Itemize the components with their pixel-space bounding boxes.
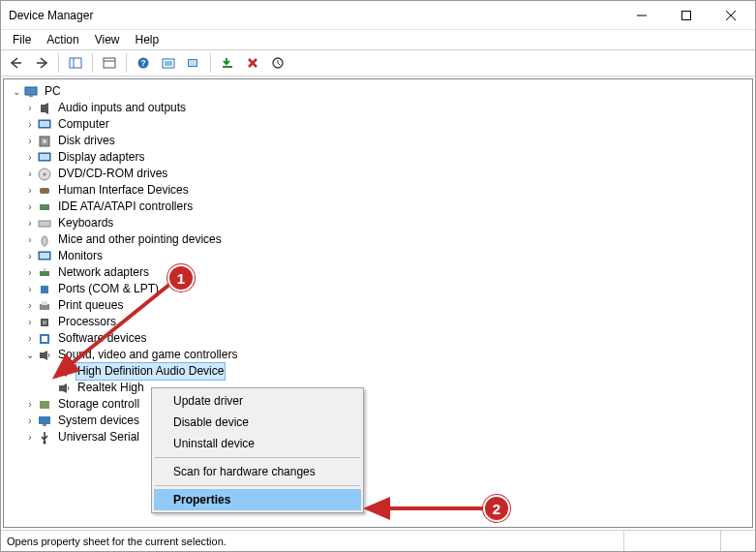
enable-button[interactable] [216,52,239,74]
tree-category[interactable]: ›Computer [10,116,752,133]
category-label: Mice and other pointing devices [56,231,224,248]
tree-category[interactable]: ›Keyboards [10,215,752,231]
svg-rect-14 [223,66,232,68]
update-driver-button[interactable] [157,52,180,74]
svg-rect-16 [25,87,37,95]
tree-device[interactable]: Realtek High [10,380,752,396]
menu-file[interactable]: File [5,31,39,48]
category-label: DVD/CD-ROM drives [56,166,169,182]
svg-rect-1 [682,11,691,19]
expander-icon[interactable]: ⌄ [23,347,37,363]
expander-icon[interactable]: › [23,281,37,297]
expander-icon[interactable]: › [23,199,37,215]
device-icon [56,364,72,380]
tree-device[interactable]: High Definition Audio Device [10,363,752,380]
tree-root[interactable]: ⌄ PC [10,83,752,100]
menu-action[interactable]: Action [39,31,86,48]
tree-category[interactable]: ›Mice and other pointing devices [10,231,752,248]
context-menu-item[interactable]: Scan for hardware changes [154,461,361,482]
expander-icon[interactable]: › [23,248,37,264]
expander-icon[interactable]: › [23,149,37,166]
toolbar-separator [92,53,93,73]
maximize-button[interactable] [664,1,709,30]
context-menu-item[interactable]: Disable device [154,412,361,433]
tree-category[interactable]: ›Disk drives [10,133,752,149]
properties-button[interactable] [98,52,121,74]
uninstall-button[interactable] [241,52,264,74]
menu-view[interactable]: View [87,31,128,48]
tree-category[interactable]: ›Monitors [10,248,752,264]
expander-icon[interactable]: › [23,182,37,199]
context-menu-item[interactable]: Uninstall device [154,433,361,454]
expander-icon[interactable]: ⌄ [10,83,23,100]
expander-icon[interactable]: › [23,231,37,248]
category-icon [37,134,52,149]
tree-category[interactable]: ⌄Sound, video and game controllers [10,347,752,363]
show-hide-console-tree-button[interactable] [64,52,87,74]
category-label: Human Interface Devices [56,182,191,199]
svg-rect-46 [39,416,50,424]
expander-icon[interactable]: › [23,215,37,231]
annotation-badge-1: 1 [167,264,195,291]
expander-icon[interactable]: › [23,116,37,133]
tree-category[interactable]: ›Processors [10,314,752,330]
tree-category[interactable]: ›IDE ATA/ATAPI controllers [10,199,752,215]
tree-category[interactable]: ›Audio inputs and outputs [10,100,752,116]
tree-category[interactable]: ›Display adapters [10,149,752,166]
tree-category[interactable]: ›System devices [10,413,752,429]
tree-category[interactable]: ›DVD/CD-ROM drives [10,166,752,182]
expander-icon[interactable]: › [23,166,37,182]
category-icon [37,315,52,330]
category-icon [37,298,52,314]
tree-category[interactable]: ›Universal Serial [10,429,752,445]
menu-help[interactable]: Help [128,31,167,48]
toolbar-separator [210,53,211,73]
svg-rect-13 [189,60,197,66]
expander-icon[interactable]: › [23,314,37,330]
svg-rect-29 [39,221,50,227]
expander-icon[interactable]: › [23,429,37,445]
menu-bar: File Action View Help [1,30,755,49]
annotation-badge-2: 2 [483,495,510,522]
close-button[interactable] [709,1,753,30]
svg-rect-28 [40,204,49,210]
svg-rect-11 [165,61,172,66]
context-menu-separator [155,485,360,486]
category-icon [37,150,52,166]
tree-category[interactable]: ›Human Interface Devices [10,182,752,199]
tree-category[interactable]: ›Network adapters [10,264,752,281]
category-icon [37,216,52,231]
category-label: Processors [56,314,118,330]
context-menu-item[interactable]: Properties [154,489,361,510]
expander-icon[interactable]: › [23,396,37,413]
device-label: Realtek High [76,380,146,396]
tree-category[interactable]: ›Ports (COM & LPT) [10,281,752,297]
tree-category[interactable]: ›Print queues [10,297,752,314]
expander-icon[interactable]: › [23,264,37,281]
help-button[interactable]: ? [132,52,155,74]
forward-button[interactable] [30,52,53,74]
device-label: High Definition Audio Device [76,362,226,381]
expander-icon[interactable]: › [23,297,37,314]
tree-root-label: PC [43,83,63,100]
status-cell [720,531,749,551]
expander-icon[interactable]: › [23,413,37,429]
status-bar: Opens property sheet for the current sel… [1,530,755,551]
svg-rect-47 [43,424,46,426]
minimize-button[interactable] [620,1,664,30]
expander-icon[interactable]: › [23,133,37,149]
back-button[interactable] [5,52,28,74]
context-menu-item[interactable]: Update driver [154,390,361,412]
category-label: Audio inputs and outputs [56,100,188,116]
scan-hardware-button[interactable] [182,52,205,74]
device-tree[interactable]: ⌄ PC ›Audio inputs and outputs›Computer›… [4,79,752,449]
expander-icon[interactable]: › [23,330,37,347]
category-icon [37,199,52,215]
expander-icon[interactable]: › [23,100,37,116]
svg-point-30 [42,236,47,246]
category-icon [37,348,52,363]
svg-rect-45 [40,401,49,409]
tree-category[interactable]: ›Software devices [10,330,752,347]
scan-changes-button[interactable] [266,52,289,74]
tree-category[interactable]: ›Storage controll [10,396,752,413]
